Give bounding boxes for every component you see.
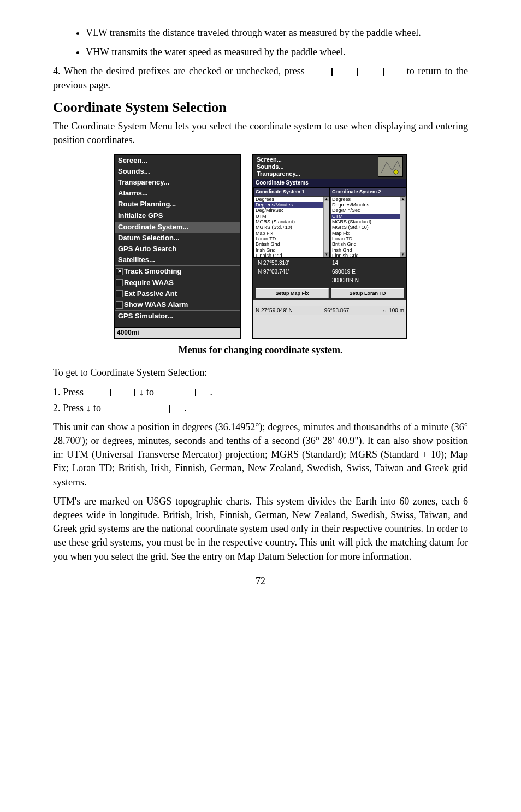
list-item-selected: Degrees/Minutes <box>254 202 329 208</box>
checkbox-icon <box>116 279 123 286</box>
menu-item: Screen... <box>115 155 240 166</box>
list-item-selected: UTM <box>331 214 405 219</box>
bullet-item: VLW transmits the distance traveled thro… <box>86 26 468 40</box>
checkbox-item: Ext Passive Ant <box>115 288 240 299</box>
right-top-bar: Screen... Sounds... Transparency... <box>253 155 406 179</box>
scroll-up-icon: ▴ <box>324 197 329 201</box>
howto-intro: To get to Coordinate System Selection: <box>53 366 468 380</box>
page-number: 72 <box>53 574 468 588</box>
col2-header: Coordinate System 2 <box>330 188 406 196</box>
status-mid: 96°53.867' <box>324 307 351 315</box>
menu-item: Route Planning... <box>115 199 240 210</box>
feature-bullets: VLW transmits the distance traveled thro… <box>53 26 468 59</box>
list-item: Map Fix <box>331 230 405 236</box>
section-heading: Coordinate System Selection <box>53 98 468 117</box>
list-item: Irish Grid <box>254 247 329 253</box>
paragraph-2: UTM's are marked on USGS topographic cha… <box>53 495 468 564</box>
scrollbar: ▴▾ <box>323 197 329 257</box>
coord-columns: Coordinate System 1 Degrees Degrees/Minu… <box>253 187 406 258</box>
checkbox-item: Show WAAS Alarm <box>115 299 240 310</box>
checkbox-item: Require WAAS <box>115 277 240 288</box>
menu-item: Alarms... <box>115 188 240 199</box>
step-1: 1. Press ↓ to . <box>53 386 468 399</box>
map-thumbnail-icon <box>378 156 403 177</box>
list-item: MGRS (Standard) <box>254 219 329 224</box>
readout: 690819 E <box>330 268 404 276</box>
list-item: Deg/Min/Sec <box>331 208 405 213</box>
list-item: Degrees <box>331 197 405 202</box>
menu-item: GPS Simulator... <box>115 310 240 322</box>
list-item: British Grid <box>331 241 405 247</box>
list-item: Degrees <box>254 197 329 202</box>
step1-b: ↓ to <box>139 387 155 398</box>
list-item: MGRS (Standard) <box>331 219 405 224</box>
top-item: Transparency... <box>257 170 300 177</box>
figure-caption: Menus for changing coordinate system. <box>53 343 468 357</box>
menu-item: GPS Auto Search <box>115 244 240 254</box>
coord-col-2: Coordinate System 2 Degrees Degrees/Minu… <box>330 187 406 258</box>
intro-text: The Coordinate System Menu lets you sele… <box>53 120 468 147</box>
menu-item: Sounds... <box>115 166 240 177</box>
list-item: Loran TD <box>331 236 405 241</box>
coord-readouts: N 27°50.310'14 N 97°03.741'690819 E 3080… <box>253 258 406 286</box>
col1-header: Coordinate System 1 <box>254 188 329 196</box>
readout: N 27°50.310' <box>256 259 330 268</box>
checkbox-icon <box>116 301 123 309</box>
checkbox-icon <box>116 290 123 297</box>
list-item: Map Fix <box>254 230 329 236</box>
setup-map-fix-button: Setup Map Fix <box>256 288 329 299</box>
step1-a: 1. Press <box>53 387 84 398</box>
setup-buttons-row: Setup Map Fix Setup Loran TD <box>253 286 406 301</box>
list-item: Finnish Grid <box>254 253 329 257</box>
coord-list-2: Degrees Degrees/Minutes Deg/Min/Sec UTM … <box>330 196 406 257</box>
checkbox-label: Show WAAS Alarm <box>124 300 188 310</box>
coord-col-1: Coordinate System 1 Degrees Degrees/Minu… <box>253 187 330 258</box>
list-item: British Grid <box>254 241 329 247</box>
coord-list-1: Degrees Degrees/Minutes Deg/Min/Sec UTM … <box>254 196 329 257</box>
readout: 3080819 N <box>330 276 404 285</box>
svg-point-1 <box>394 170 398 174</box>
menu-item: Satellites... <box>115 254 240 265</box>
step2-a: 2. Press ↓ to <box>53 402 101 413</box>
list-item: MGRS (Std.+10) <box>331 224 405 230</box>
step1-c: . <box>210 387 213 398</box>
scroll-down-icon: ▾ <box>324 252 329 257</box>
step-4: 4. When the desired prefixes are checked… <box>53 64 468 92</box>
menu-item: Transparency... <box>115 177 240 188</box>
key-bar <box>383 68 384 76</box>
checkbox-label: Require WAAS <box>124 278 174 288</box>
list-item: Finnish Grid <box>331 253 405 257</box>
checkbox-icon: ✕ <box>116 268 123 275</box>
menu-item: Initialize GPS <box>115 210 240 221</box>
right-coord-screenshot: Screen... Sounds... Transparency... Coor… <box>252 154 407 340</box>
status-left: N 27°59.049' N <box>256 307 293 315</box>
list-item: MGRS (Std.+10) <box>254 224 329 230</box>
checkbox-item: ✕Track Smoothing <box>115 265 240 277</box>
coord-systems-header: Coordinate Systems <box>253 179 406 187</box>
step-2: 2. Press ↓ to . <box>53 401 468 415</box>
key-bar <box>134 389 135 396</box>
key-bar <box>195 389 196 396</box>
top-item: Screen... <box>257 156 300 163</box>
menu-item: Datum Selection... <box>115 233 240 244</box>
list-item: UTM <box>254 214 329 219</box>
svg-rect-0 <box>378 157 402 176</box>
setup-loran-td-button: Setup Loran TD <box>331 288 404 299</box>
readout: 14 <box>330 259 404 268</box>
step2-b: . <box>184 402 187 413</box>
list-item: Loran TD <box>254 236 329 241</box>
screenshots-container: Screen... Sounds... Transparency... Alar… <box>53 154 468 340</box>
list-item: Irish Grid <box>331 247 405 253</box>
menu-item-highlighted: Coordinate System... <box>115 222 240 233</box>
key-bar <box>331 68 333 76</box>
checkbox-label: Track Smoothing <box>124 266 181 276</box>
list-item: Degrees/Minutes <box>331 202 405 208</box>
list-item: Deg/Min/Sec <box>254 208 329 213</box>
step4-prefix: 4. When the desired prefixes are checked… <box>53 66 305 76</box>
left-menu-screenshot: Screen... Sounds... Transparency... Alar… <box>114 154 241 340</box>
scroll-down-icon: ▾ <box>400 252 405 257</box>
scroll-up-icon: ▴ <box>400 197 405 201</box>
status-right: ↔ 100 m <box>382 307 404 315</box>
key-bar <box>357 68 358 76</box>
status-bar: N 27°59.049' N 96°53.867' ↔ 100 m <box>253 306 406 315</box>
